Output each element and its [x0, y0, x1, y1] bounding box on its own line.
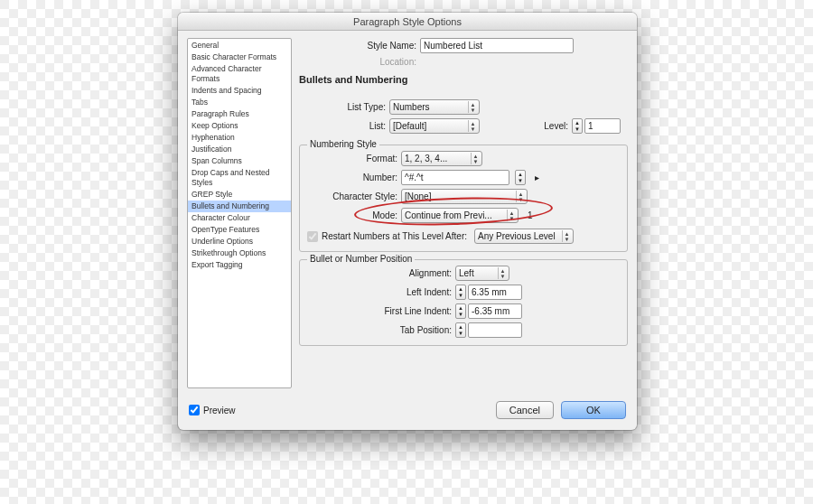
list-type-label: List Type: — [306, 102, 386, 112]
sidebar-item[interactable]: General — [188, 40, 291, 51]
sidebar-item[interactable]: GREP Style — [188, 189, 291, 201]
format-label: Format: — [307, 154, 397, 163]
position-legend: Bullet or Number Position — [307, 254, 415, 264]
style-name-label: Style Name: — [353, 41, 416, 51]
alignment-select[interactable]: Left▲▼ — [455, 266, 509, 281]
updown-icon: ▲▼ — [471, 153, 480, 164]
list-type-select[interactable]: Numbers▲▼ — [389, 99, 480, 115]
cancel-button[interactable]: Cancel — [496, 401, 554, 419]
number-input[interactable] — [401, 170, 509, 185]
alignment-label: Alignment: — [307, 268, 452, 278]
sidebar-item[interactable]: Basic Character Formats — [188, 51, 291, 63]
mode-label: Mode: — [307, 210, 397, 220]
sidebar-item[interactable]: Indents and Spacing — [188, 85, 291, 97]
updown-icon: ▲▼ — [516, 191, 525, 202]
sidebar-item[interactable]: Span Columns — [188, 155, 291, 167]
left-indent-stepper[interactable]: ▲▼ — [455, 285, 522, 300]
sidebar-item[interactable]: Advanced Character Formats — [188, 63, 291, 85]
numbering-style-legend: Numbering Style — [307, 139, 379, 149]
char-style-label: Character Style: — [307, 191, 397, 201]
number-label: Number: — [307, 173, 397, 182]
first-line-stepper[interactable]: ▲▼ — [455, 303, 522, 319]
char-style-select[interactable]: [None]▲▼ — [401, 189, 528, 204]
category-sidebar: GeneralBasic Character FormatsAdvanced C… — [187, 38, 292, 388]
level-stepper[interactable]: ▲▼ — [572, 118, 621, 134]
updown-icon: ▲▼ — [507, 210, 516, 221]
tab-pos-stepper[interactable]: ▲▼ — [455, 322, 522, 338]
flyout-icon[interactable]: ▸ — [535, 173, 539, 182]
sidebar-item[interactable]: Export Tagging — [188, 259, 291, 271]
mode-select[interactable]: Continue from Previ...▲▼ — [401, 208, 519, 223]
number-stepper[interactable]: ▲▼ — [515, 170, 528, 185]
ok-button[interactable]: OK — [561, 401, 626, 419]
style-name-input[interactable] — [420, 38, 574, 53]
sidebar-item[interactable]: Strikethrough Options — [188, 247, 291, 259]
tab-pos-label: Tab Position: — [307, 325, 452, 335]
sidebar-item[interactable]: Justification — [188, 144, 291, 155]
mode-start-value: 1 — [528, 210, 533, 220]
location-label: Location: — [353, 57, 416, 67]
level-label: Level: — [544, 121, 568, 131]
first-line-label: First Line Indent: — [307, 306, 452, 316]
sidebar-item[interactable]: Keep Options — [188, 120, 291, 132]
updown-icon: ▲▼ — [498, 267, 507, 279]
panel-title: Bullets and Numbering — [299, 74, 628, 85]
sidebar-item[interactable]: Bullets and Numbering — [188, 201, 291, 212]
position-fieldset: Bullet or Number Position Alignment: Lef… — [299, 259, 628, 346]
sidebar-item[interactable]: Paragraph Rules — [188, 108, 291, 120]
dialog-title: Paragraph Style Options — [178, 13, 637, 31]
list-select[interactable]: [Default]▲▼ — [389, 118, 480, 134]
sidebar-item[interactable]: Tabs — [188, 97, 291, 108]
numbering-style-fieldset: Numbering Style Format: 1, 2, 3, 4...▲▼ … — [299, 145, 628, 252]
updown-icon: ▲▼ — [468, 120, 477, 132]
left-indent-label: Left Indent: — [307, 287, 452, 297]
preview-checkbox[interactable]: Preview — [189, 405, 236, 415]
restart-select: Any Previous Level▲▼ — [474, 229, 574, 244]
updown-icon: ▲▼ — [562, 230, 571, 242]
sidebar-item[interactable]: Underline Options — [188, 236, 291, 247]
sidebar-item[interactable]: Hyphenation — [188, 132, 291, 144]
sidebar-item[interactable]: OpenType Features — [188, 224, 291, 236]
restart-checkbox[interactable]: Restart Numbers at This Level After: — [307, 231, 467, 242]
format-select[interactable]: 1, 2, 3, 4...▲▼ — [401, 151, 482, 166]
list-type-group: List Type: Numbers▲▼ List: [Default]▲▼ L… — [299, 96, 628, 137]
sidebar-item[interactable]: Drop Caps and Nested Styles — [188, 167, 291, 189]
paragraph-style-dialog: Paragraph Style Options GeneralBasic Cha… — [178, 13, 637, 430]
sidebar-item[interactable]: Character Colour — [188, 212, 291, 224]
updown-icon: ▲▼ — [468, 101, 477, 113]
list-label: List: — [306, 121, 386, 131]
